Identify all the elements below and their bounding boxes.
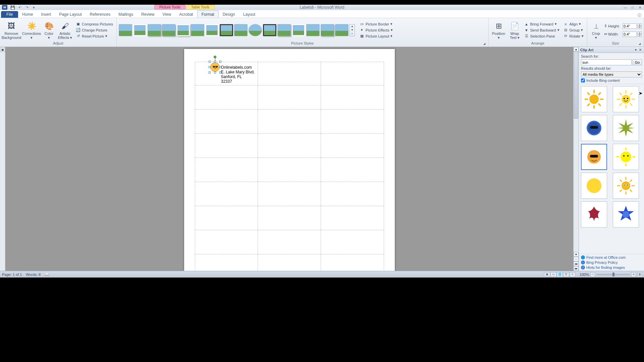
style-thumb[interactable] <box>277 24 291 36</box>
color-button[interactable]: 🎨 Color▾ <box>42 19 56 41</box>
vertical-scrollbar[interactable]: ▲ ▼ ◦ ⏮ ⏭ <box>573 47 579 271</box>
resize-handle[interactable] <box>214 71 216 73</box>
label-cell[interactable] <box>195 230 258 254</box>
label-cell[interactable] <box>195 110 258 134</box>
label-cell[interactable] <box>258 182 321 206</box>
proofing-icon[interactable]: 📖 <box>45 272 49 277</box>
tab-acrobat[interactable]: Acrobat <box>175 11 197 18</box>
tab-format[interactable]: Format <box>197 10 219 18</box>
selected-picture[interactable]: 😎 <box>210 62 220 72</box>
reset-picture-button[interactable]: ↺Reset Picture ▾ <box>74 34 114 39</box>
clipart-item[interactable] <box>581 201 607 228</box>
print-layout-view-icon[interactable]: ▦ <box>544 272 550 277</box>
label-cell[interactable] <box>195 254 258 271</box>
style-thumb[interactable] <box>306 24 320 36</box>
tab-layout[interactable]: Layout <box>239 11 259 18</box>
clipart-item[interactable] <box>613 144 639 170</box>
label-cell[interactable] <box>321 134 384 158</box>
zoom-out-icon[interactable]: − <box>590 272 595 277</box>
style-thumb[interactable] <box>191 24 204 36</box>
height-down-icon[interactable]: ▼ <box>638 26 642 29</box>
style-thumb[interactable] <box>119 24 132 36</box>
style-thumb[interactable] <box>133 24 147 36</box>
label-cell[interactable] <box>321 110 384 134</box>
position-button[interactable]: ⊞ Position▾ <box>491 19 507 41</box>
wrap-text-button[interactable]: 📄 WrapText ▾ <box>508 19 522 41</box>
hints-link[interactable]: ?Hints for finding images <box>581 265 642 269</box>
label-cell[interactable] <box>321 206 384 230</box>
picture-border-button[interactable]: ▭Picture Border ▾ <box>358 21 394 27</box>
styles-launcher-icon[interactable]: ◢ <box>482 42 486 46</box>
picture-effects-button[interactable]: ✦Picture Effects ▾ <box>358 27 394 33</box>
zoom-in-icon[interactable]: + <box>631 272 636 277</box>
style-thumb[interactable] <box>205 24 219 36</box>
tab-mailings[interactable]: Mailings <box>114 11 137 18</box>
group-button[interactable]: ⊟Group ▾ <box>562 27 585 33</box>
clipart-item[interactable] <box>581 86 607 112</box>
label-cell[interactable] <box>321 254 384 271</box>
scroll-up-icon[interactable]: ▲ <box>574 47 579 52</box>
align-button[interactable]: ≡Align ▾ <box>562 21 585 27</box>
style-thumb[interactable] <box>162 24 175 36</box>
browse-object-icon[interactable]: ◦ <box>574 257 579 261</box>
style-thumb[interactable] <box>249 24 262 36</box>
label-cell[interactable] <box>258 158 321 182</box>
tab-review[interactable]: Review <box>137 11 158 18</box>
resize-handle[interactable] <box>214 61 216 63</box>
clipart-item[interactable] <box>613 173 639 199</box>
style-thumb[interactable] <box>176 24 190 36</box>
prev-page-icon[interactable]: ⏮ <box>574 261 579 266</box>
save-icon[interactable]: 💾 <box>10 5 16 10</box>
label-cell[interactable] <box>258 85 321 110</box>
zoom-slider[interactable] <box>596 274 630 275</box>
style-thumb[interactable] <box>220 24 233 36</box>
label-cell[interactable] <box>258 134 321 158</box>
fullscreen-view-icon[interactable]: ▭ <box>550 272 556 277</box>
gallery-more-button[interactable]: ▲▼≡ <box>350 24 355 36</box>
qat-more-icon[interactable]: ▾ <box>31 5 37 10</box>
tab-references[interactable]: References <box>86 11 114 18</box>
width-up-icon[interactable]: ▲ <box>638 32 642 34</box>
change-picture-button[interactable]: 🔄Change Picture <box>74 27 114 33</box>
close-icon[interactable]: ✕ <box>637 5 643 9</box>
maximize-icon[interactable]: □ <box>630 5 635 9</box>
send-backward-button[interactable]: ▼Send Backward ▾ <box>523 27 561 33</box>
tab-design[interactable]: Design <box>219 11 239 18</box>
tab-page-layout[interactable]: Page Layout <box>55 11 86 18</box>
tab-insert[interactable]: Insert <box>37 11 55 18</box>
scroll-thumb[interactable] <box>574 52 578 119</box>
bing-privacy-link[interactable]: iBing Privacy Policy <box>581 260 642 264</box>
style-thumb[interactable] <box>292 24 305 36</box>
find-more-link[interactable]: 🌐Find more at Office.com <box>581 255 642 259</box>
label-cell[interactable] <box>195 206 258 230</box>
results-select[interactable]: All media file types <box>581 71 642 77</box>
pane-menu-icon[interactable]: ▾ <box>633 48 638 52</box>
clipart-item[interactable] <box>613 86 639 112</box>
clipart-item-selected[interactable] <box>581 144 607 170</box>
search-input[interactable] <box>581 59 632 65</box>
include-bing-checkbox[interactable] <box>581 78 585 82</box>
height-up-icon[interactable]: ▲ <box>638 23 642 26</box>
style-thumb[interactable] <box>263 24 276 36</box>
resize-handle[interactable] <box>209 71 211 73</box>
label-cell[interactable] <box>321 182 384 206</box>
clipart-item[interactable] <box>613 201 639 228</box>
label-cell[interactable] <box>195 85 258 110</box>
clipart-item[interactable] <box>581 173 607 199</box>
corrections-button[interactable]: ☀️ Corrections▾ <box>22 19 41 41</box>
label-cell[interactable] <box>321 62 384 85</box>
label-cell[interactable] <box>321 158 384 182</box>
height-input[interactable] <box>623 23 637 29</box>
resize-handle[interactable] <box>209 61 211 63</box>
label-cell[interactable] <box>195 158 258 182</box>
size-launcher-icon[interactable]: ◢ <box>638 42 642 46</box>
tab-file[interactable]: File <box>1 11 18 18</box>
width-down-icon[interactable]: ▼ <box>638 34 642 37</box>
label-cell[interactable] <box>258 206 321 230</box>
label-cell[interactable] <box>195 134 258 158</box>
redo-icon[interactable]: ↷ <box>24 5 30 10</box>
document-view[interactable]: 😎 Onlinelabels.com E. Lake Mary Blvd. Sa… <box>5 47 573 271</box>
label-cell[interactable] <box>195 182 258 206</box>
scroll-down-icon[interactable]: ▼ <box>574 252 579 257</box>
pane-close-icon[interactable]: ✕ <box>638 48 643 52</box>
